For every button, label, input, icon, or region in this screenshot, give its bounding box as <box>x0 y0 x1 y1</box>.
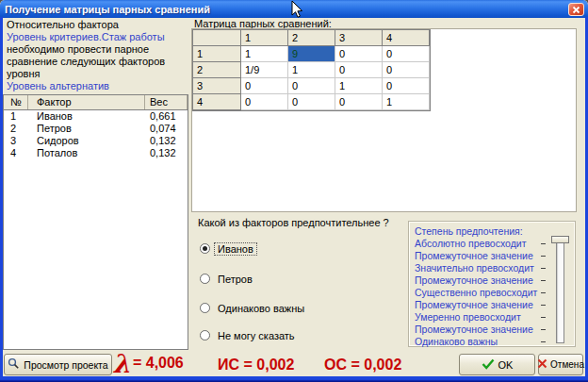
lambda-symbol: λ <box>112 351 130 376</box>
preference-item: Одинаково важны <box>409 336 575 348</box>
cancel-button[interactable]: Отмена <box>538 354 583 375</box>
matrix-cell[interactable]: 0 <box>383 46 430 62</box>
mouse-cursor <box>291 1 304 24</box>
preference-item: Существенно превосходит <box>409 287 575 299</box>
matrix-grid: 1 2 3 4 1 1 9 0 0 2 1/9 1 0 0 3 0 <box>192 29 431 111</box>
matrix-cell[interactable]: 0 <box>383 62 430 78</box>
search-icon <box>8 357 20 372</box>
matrix-cell[interactable]: 0 <box>241 94 288 110</box>
radio-icon[interactable] <box>200 303 210 313</box>
lambda-stat: λ = 4,006 <box>112 350 184 376</box>
lambda-value: = 4,006 <box>133 355 184 372</box>
preview-project-label: Просмотр проекта <box>24 359 107 371</box>
radio-option[interactable]: Одинаково важны <box>200 301 307 315</box>
matrix-cell[interactable]: 0 <box>383 78 430 94</box>
radio-option[interactable]: Петров <box>200 272 255 286</box>
header-cell-num[interactable]: № <box>4 95 28 109</box>
check-icon <box>482 358 495 372</box>
matrix-row: 2 1/9 1 0 0 <box>193 62 430 78</box>
row-num: 2 <box>4 123 28 135</box>
row-weight: 0,132 <box>145 135 188 147</box>
matrix-col-header[interactable]: 1 <box>241 30 288 46</box>
matrix-cell[interactable]: 0 <box>288 94 335 110</box>
matrix-grid-panel: 1 2 3 4 1 1 9 0 0 2 1/9 1 0 0 3 0 <box>191 28 577 212</box>
cancel-label: Отмена <box>550 359 584 370</box>
radio-label[interactable]: Одинаково важны <box>215 303 307 314</box>
matrix-cell[interactable]: 1/9 <box>241 62 288 78</box>
matrix-row-header[interactable]: 2 <box>193 62 241 78</box>
matrix-row-header[interactable]: 4 <box>193 94 241 110</box>
radio-option[interactable]: Иванов <box>200 241 256 256</box>
row-factor: Иванов <box>28 110 145 123</box>
matrix-cell[interactable]: 0 <box>335 62 383 78</box>
radio-selected-icon[interactable] <box>200 243 210 254</box>
matrix-row: 3 0 0 1 0 <box>193 78 430 94</box>
header-cell-weight[interactable]: Вес <box>145 95 188 109</box>
ok-button[interactable]: OK <box>459 354 535 375</box>
preference-item: Промежуточное значение <box>409 250 575 262</box>
radio-icon[interactable] <box>200 274 210 284</box>
row-num: 3 <box>4 135 28 147</box>
radio-label[interactable]: Не могу сказать <box>215 330 298 341</box>
criteria-level-link[interactable]: Уровень критериев.Стаж работы <box>7 31 165 43</box>
ok-label: OK <box>498 359 514 371</box>
radio-label[interactable]: Иванов <box>215 243 256 255</box>
preference-item: Значительно превосходит <box>409 262 575 274</box>
matrix-cell[interactable]: 0 <box>335 94 383 110</box>
preview-project-button[interactable]: Просмотр проекта <box>4 354 112 375</box>
preference-item: Абсолютно превосходит <box>409 238 575 250</box>
matrix-header-row: 1 2 3 4 <box>193 30 430 46</box>
factors-header: № Фактор Вес <box>4 95 188 110</box>
radio-label[interactable]: Петров <box>215 274 255 285</box>
preference-panel: Степень предпочтения: Абсолютно превосхо… <box>408 221 576 347</box>
matrix-row-header[interactable]: 1 <box>193 46 241 62</box>
window-border-bottom <box>0 376 588 382</box>
matrix-col-header[interactable]: 2 <box>288 30 335 46</box>
row-weight: 0,074 <box>145 123 188 135</box>
matrix-cell[interactable]: 1 <box>241 46 288 62</box>
header-cell-factor[interactable]: Фактор <box>28 95 145 109</box>
table-row[interactable]: 2 Петров 0,074 <box>4 123 188 135</box>
preference-title: Степень предпочтения: <box>409 225 575 238</box>
matrix-col-header[interactable]: 3 <box>335 30 383 46</box>
preference-slider-thumb[interactable] <box>551 236 569 243</box>
matrix-cell[interactable]: 0 <box>241 78 288 94</box>
table-row[interactable]: 1 Иванов 0,661 <box>4 110 188 123</box>
preference-item: Промежуточное значение <box>409 324 575 336</box>
row-weight: 0,661 <box>145 110 188 123</box>
row-num: 1 <box>4 110 28 123</box>
matrix-corner-cell <box>193 30 241 46</box>
radio-option[interactable]: Не могу сказать <box>200 328 298 342</box>
preference-item: Промежуточное значение <box>409 299 575 311</box>
row-weight: 0,132 <box>145 147 188 159</box>
table-row[interactable]: 4 Поталов 0,132 <box>4 147 188 159</box>
close-icon <box>572 1 580 18</box>
matrix-cell[interactable]: 0 <box>288 78 335 94</box>
row-factor: Петров <box>28 123 145 135</box>
matrix-row: 1 1 9 0 0 <box>193 46 430 62</box>
close-button[interactable] <box>568 3 584 16</box>
radio-icon[interactable] <box>200 330 210 340</box>
matrix-cell[interactable]: 1 <box>335 78 383 94</box>
relative-factor-label: Относительно фактора <box>7 19 119 31</box>
x-icon <box>537 358 547 371</box>
row-factor: Поталов <box>28 147 145 159</box>
preference-slider-track[interactable] <box>556 239 564 343</box>
alternatives-level-link[interactable]: Уровень альтернатив <box>7 80 109 92</box>
matrix-cell[interactable]: 1 <box>383 94 430 110</box>
row-num: 4 <box>4 147 28 159</box>
factors-list: № Фактор Вес 1 Иванов 0,661 2 Петров 0,0… <box>3 94 188 350</box>
question-label: Какой из факторов предпочтительнее ? <box>198 217 389 228</box>
matrix-row-header[interactable]: 3 <box>193 78 241 94</box>
matrix-cell-selected[interactable]: 9 <box>288 46 335 62</box>
dialog-window: Получение матрицы парных сравнений Относ… <box>0 0 588 382</box>
window-title: Получение матрицы парных сравнений <box>5 4 210 15</box>
consistency-ratio-stat: ОС = 0,002 <box>324 357 401 374</box>
matrix-col-header[interactable]: 4 <box>383 30 430 46</box>
matrix-cell[interactable]: 1 <box>288 62 335 78</box>
table-row[interactable]: 3 Сидоров 0,132 <box>4 135 188 147</box>
preference-item: Умеренно превосходит <box>409 311 575 324</box>
preference-item: Промежуточное значение <box>409 274 575 287</box>
consistency-index-stat: ИС = 0,002 <box>218 357 294 374</box>
matrix-cell[interactable]: 0 <box>335 46 383 62</box>
